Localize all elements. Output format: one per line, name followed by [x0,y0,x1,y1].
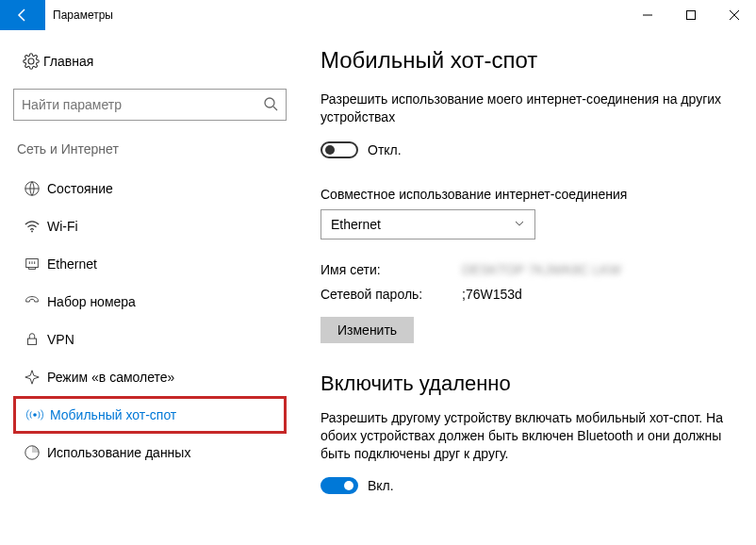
hotspot-icon [22,406,48,423]
search-input[interactable] [22,97,263,112]
globe-icon [19,180,45,197]
svg-rect-0 [687,11,696,20]
remote-heading: Включить удаленно [320,372,737,396]
data-usage-icon [19,444,45,461]
sidebar: Главная Сеть и Интернет Состояние Wi-Fi … [0,30,292,545]
sidebar-item-data-usage[interactable]: Использование данных [13,434,287,471]
search-box[interactable] [13,89,287,121]
close-button[interactable] [713,0,756,30]
share-toggle-label: Откл. [368,142,402,157]
remote-toggle-label: Вкл. [368,478,394,493]
back-button[interactable] [0,0,45,30]
main-content: Мобильный хот-спот Разрешить использован… [292,30,756,545]
maximize-button[interactable] [669,0,713,30]
airplane-icon [19,369,45,386]
sidebar-item-status[interactable]: Состояние [13,170,287,207]
sidebar-item-label: Режим «в самолете» [45,370,174,385]
svg-rect-5 [28,339,37,344]
chevron-down-icon [514,217,525,232]
sidebar-home[interactable]: Главная [13,43,283,79]
sidebar-item-label: VPN [45,332,74,347]
sidebar-item-label: Ethernet [45,256,97,272]
sidebar-item-label: Wi-Fi [45,219,78,234]
remote-toggle[interactable] [320,477,358,494]
network-name-value: DESKTOP 7KJWK8C LKW [462,262,621,277]
sidebar-section-label: Сеть и Интернет [13,141,283,157]
share-source-label: Совместное использование интернет-соедин… [320,187,737,202]
share-source-dropdown[interactable]: Ethernet [320,209,535,239]
sidebar-item-airplane[interactable]: Режим «в самолете» [13,358,287,396]
svg-point-3 [31,231,33,233]
sidebar-item-label: Использование данных [45,445,190,460]
sidebar-home-label: Главная [43,54,93,69]
remote-description: Разрешить другому устройству включать мо… [320,409,737,463]
network-name-label: Имя сети: [320,262,462,277]
svg-point-6 [33,413,37,417]
share-toggle[interactable] [320,141,358,158]
window-title: Параметры [45,0,113,30]
minimize-button[interactable] [626,0,669,30]
network-password-value: ;76W153d [462,287,522,302]
sidebar-item-label: Набор номера [45,294,136,309]
dialup-icon [19,293,45,310]
gear-icon [19,53,43,70]
wifi-icon [19,218,45,235]
share-source-value: Ethernet [331,217,381,232]
svg-point-1 [265,98,274,107]
edit-button[interactable]: Изменить [320,317,414,343]
sidebar-item-vpn[interactable]: VPN [13,321,287,358]
ethernet-icon [19,256,45,272]
sidebar-item-dialup[interactable]: Набор номера [13,283,287,321]
vpn-icon [19,331,45,348]
search-icon [263,96,278,114]
sidebar-item-label: Состояние [45,181,113,196]
sidebar-item-wifi[interactable]: Wi-Fi [13,207,287,245]
share-description: Разрешить использование моего интернет-с… [320,91,737,126]
network-password-label: Сетевой пароль: [320,287,462,302]
page-heading: Мобильный хот-спот [320,47,737,74]
sidebar-item-label: Мобильный хот-спот [48,407,176,422]
sidebar-item-hotspot[interactable]: Мобильный хот-спот [13,396,287,434]
titlebar-spacer [113,0,626,30]
sidebar-item-ethernet[interactable]: Ethernet [13,245,287,283]
